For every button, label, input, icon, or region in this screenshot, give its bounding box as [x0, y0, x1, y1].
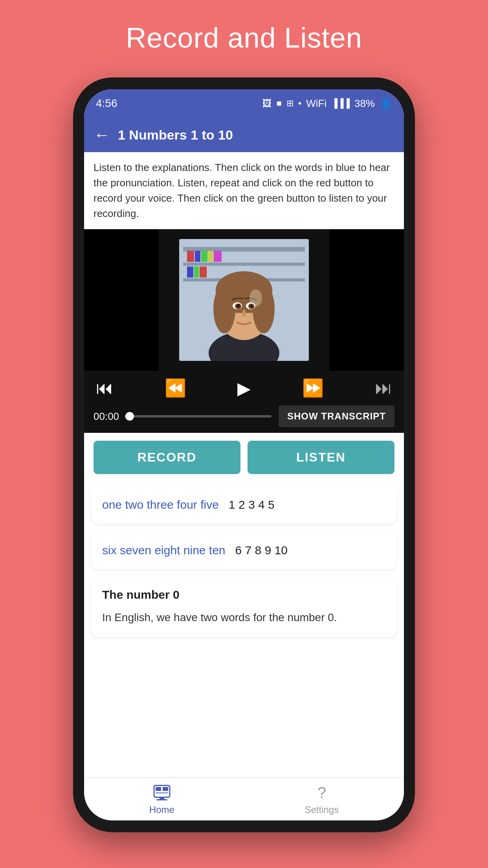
app-header: ← 1 Numbers 1 to 10: [84, 118, 404, 152]
word-row-2-black: 6 7 8 9 10: [235, 544, 288, 557]
svg-rect-10: [194, 267, 199, 278]
svg-rect-6: [201, 251, 207, 262]
image-icon: 🖼: [262, 98, 272, 109]
dot-icon: •: [298, 98, 301, 109]
status-bar: 4:56 🖼 ■ ⊞ • WiFi ▐▐▐ 38% 👤: [84, 89, 404, 118]
bottom-nav: Home ? Settings: [84, 777, 404, 820]
nav-settings[interactable]: ? Settings: [305, 783, 339, 815]
svg-rect-30: [160, 797, 164, 799]
action-buttons: RECORD LISTEN: [84, 433, 404, 482]
svg-rect-8: [214, 251, 222, 262]
status-time: 4:56: [96, 97, 117, 110]
svg-rect-2: [183, 263, 305, 266]
page-title: Record and Listen: [126, 22, 362, 54]
wifi-icon: WiFi: [306, 97, 327, 110]
video-bg-left: [84, 229, 159, 371]
nav-settings-label: Settings: [305, 804, 339, 815]
nav-home[interactable]: Home: [149, 783, 174, 815]
progress-bar[interactable]: [125, 415, 272, 417]
signal-icon: ▐▐▐: [331, 98, 350, 108]
phone-screen: 4:56 🖼 ■ ⊞ • WiFi ▐▐▐ 38% 👤 ←: [84, 89, 404, 820]
listen-button[interactable]: LISTEN: [248, 441, 394, 474]
fast-forward-button[interactable]: ⏩: [302, 378, 324, 398]
skip-to-end-button[interactable]: ⏭: [375, 378, 392, 398]
svg-rect-18: [216, 289, 272, 313]
battery-level: 38%: [354, 97, 375, 110]
svg-rect-9: [187, 267, 193, 278]
home-icon: [152, 783, 171, 802]
settings-icon: ?: [312, 783, 331, 802]
svg-rect-11: [200, 267, 207, 278]
progress-dot: [125, 412, 134, 421]
show-transcript-button[interactable]: SHOW TRANSCRIPT: [279, 405, 394, 427]
word-row-1-blue[interactable]: one two three four five: [102, 498, 219, 511]
rewind-button[interactable]: ⏪: [165, 378, 186, 398]
word-row-1-black: 1 2 3 4 5: [229, 498, 275, 511]
time-display: 00:00: [94, 410, 119, 423]
skip-to-start-button[interactable]: ⏮: [96, 378, 113, 398]
video-character: [179, 239, 309, 361]
play-button[interactable]: ▶: [237, 378, 251, 398]
nav-home-label: Home: [149, 804, 174, 815]
back-button[interactable]: ←: [94, 125, 110, 144]
grid-icon: ⊞: [286, 98, 294, 108]
svg-point-23: [237, 304, 240, 307]
status-icons: 🖼 ■ ⊞ • WiFi ▐▐▐ 38% 👤: [262, 97, 393, 110]
svg-rect-4: [187, 251, 194, 262]
word-row-2-blue[interactable]: six seven eight nine ten: [102, 544, 226, 557]
svg-rect-28: [163, 787, 168, 791]
instruction-text: Listen to the explanations. Then click o…: [84, 152, 404, 229]
screen-title: 1 Numbers 1 to 10: [118, 127, 233, 143]
transcript-card-title: The number 0: [102, 588, 386, 601]
video-container: [84, 229, 404, 371]
svg-rect-31: [156, 799, 167, 800]
word-row-2: six seven eight nine ten 6 7 8 9 10: [91, 531, 397, 569]
word-row-1: one two three four five 1 2 3 4 5: [91, 486, 397, 524]
time-row: 00:00 SHOW TRANSCRIPT: [84, 405, 404, 433]
transcript-card-body: In English, we have two words for the nu…: [102, 609, 386, 626]
svg-point-25: [250, 289, 262, 307]
svg-rect-7: [208, 251, 213, 262]
record-button[interactable]: RECORD: [94, 441, 240, 474]
svg-text:?: ?: [317, 784, 326, 801]
phone-shell: 4:56 🖼 ■ ⊞ • WiFi ▐▐▐ 38% 👤 ←: [73, 77, 415, 832]
battery-icon: 👤: [380, 97, 392, 110]
svg-rect-29: [156, 793, 168, 793]
notification-icon: ■: [277, 98, 282, 108]
svg-rect-27: [156, 787, 161, 791]
video-bg-right: [329, 229, 404, 371]
svg-rect-5: [195, 251, 200, 262]
video-controls: ⏮ ⏪ ▶ ⏩ ⏭: [84, 371, 404, 405]
transcript-card: The number 0 In English, we have two wor…: [91, 577, 397, 637]
